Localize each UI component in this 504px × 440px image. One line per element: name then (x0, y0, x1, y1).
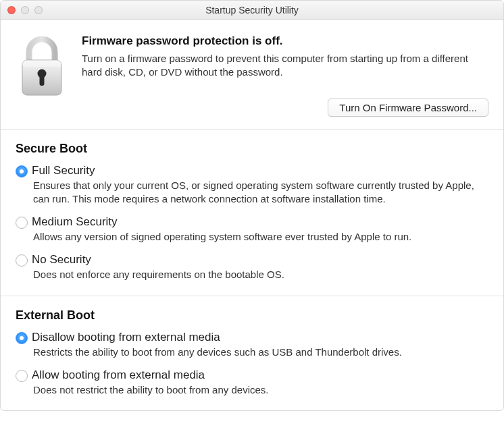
option-title: Medium Security (32, 215, 118, 229)
secure-boot-section: Secure Boot Full Security Ensures that o… (1, 130, 503, 296)
option-description: Does not enforce any requirements on the… (33, 268, 488, 281)
firmware-description: Turn on a firmware password to prevent t… (82, 52, 488, 80)
option-full-security[interactable]: Full Security (16, 164, 488, 177)
firmware-text: Firmware password protection is off. Tur… (82, 34, 488, 117)
traffic-lights (7, 6, 43, 14)
window-title: Startup Security Utility (205, 5, 299, 16)
option-disallow-external[interactable]: Disallow booting from external media (16, 331, 488, 344)
secure-boot-heading: Secure Boot (16, 142, 488, 156)
titlebar: Startup Security Utility (1, 1, 503, 20)
option-no-security[interactable]: No Security (16, 253, 488, 267)
option-title: Disallow booting from external media (32, 331, 220, 344)
zoom-icon (34, 6, 43, 14)
svg-rect-3 (40, 75, 45, 86)
option-title: Full Security (32, 164, 95, 177)
window: Startup Security Utility (0, 0, 504, 411)
option-allow-external[interactable]: Allow booting from external media (16, 368, 488, 382)
svg-rect-1 (22, 60, 61, 67)
external-boot-section: External Boot Disallow booting from exte… (1, 296, 503, 411)
firmware-heading: Firmware password protection is off. (82, 34, 488, 48)
option-description: Allows any version of signed operating s… (33, 230, 488, 244)
external-boot-heading: External Boot (16, 308, 488, 323)
radio-disallow-external[interactable] (16, 332, 28, 344)
radio-medium-security[interactable] (16, 217, 28, 229)
turn-on-firmware-password-button[interactable]: Turn On Firmware Password... (328, 99, 488, 117)
radio-allow-external[interactable] (16, 370, 28, 382)
firmware-section: Firmware password protection is off. Tur… (1, 20, 503, 129)
radio-no-security[interactable] (16, 254, 28, 267)
close-icon[interactable] (7, 6, 16, 14)
option-title: No Security (32, 253, 91, 267)
firmware-button-row: Turn On Firmware Password... (82, 99, 488, 117)
radio-full-security[interactable] (16, 165, 28, 177)
option-description: Restricts the ability to boot from any d… (33, 346, 488, 359)
option-title: Allow booting from external media (32, 368, 205, 382)
minimize-icon (21, 6, 29, 14)
option-description: Ensures that only your current OS, or si… (33, 179, 488, 207)
option-medium-security[interactable]: Medium Security (16, 215, 488, 229)
option-description: Does not restrict the ability to boot fr… (33, 383, 488, 397)
lock-icon (16, 34, 68, 117)
